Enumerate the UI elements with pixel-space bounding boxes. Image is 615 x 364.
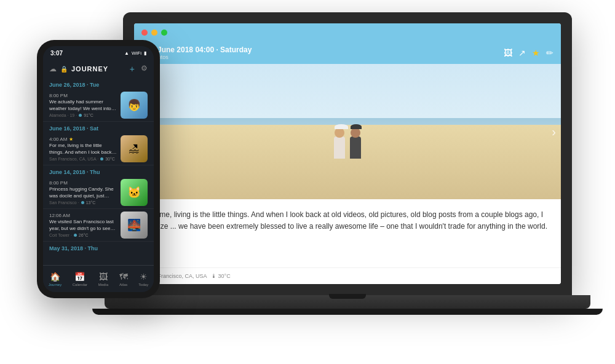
img-bridge: 🌉	[121, 212, 148, 239]
entry-photos-count: 3 photos	[147, 54, 499, 60]
media-tab-icon: 🖼	[99, 272, 108, 282]
tab-media[interactable]: 🖼 Media	[98, 272, 108, 287]
body-2	[350, 136, 361, 159]
date-group-4: May 31, 2018 · Thu	[43, 242, 154, 253]
tab-atlas[interactable]: 🗺 Atlas	[119, 272, 128, 287]
phone-statusbar: 3:07 ▲ WiFi ▮	[43, 46, 154, 60]
entry-thumbnail: 🐱	[121, 179, 148, 206]
date-group-2: June 16, 2018 · Sat 4:00 AM ★ For me, li…	[43, 122, 154, 165]
temp: 91°C	[84, 113, 93, 117]
traffic-light-yellow[interactable]	[151, 30, 157, 36]
phone-tab-bar: 🏠 Journey 📅 Calendar 🖼 Media 🗺 Atlas ☀	[43, 265, 154, 292]
entry-preview: Princess hugging Candy. She was docile a…	[49, 186, 117, 199]
entry-item-content: 4:00 AM ★ For me, living is the little t…	[49, 136, 117, 161]
journey-tab-icon: 🏠	[50, 272, 60, 282]
person-1	[334, 128, 345, 159]
phone-nav-left: ☁ 🔒 JOURNEY	[49, 65, 108, 73]
add-entry-button[interactable]: +	[130, 64, 135, 74]
date-header-3: June 14, 2018 · Thu	[43, 165, 154, 176]
entry-image: ‹ ›	[134, 64, 561, 199]
date-header-2: June 16, 2018 · Sat	[43, 122, 154, 133]
head-1	[335, 128, 344, 138]
entry-thumbnail: 🏖	[121, 135, 148, 162]
entry-weather: 🌡 30°C	[211, 273, 231, 279]
list-item[interactable]: 8:00 PM We actually had summer weather t…	[43, 89, 154, 122]
temp: 13°C	[86, 200, 96, 205]
entry-time: 8:00 PM	[49, 180, 117, 186]
traffic-light-green[interactable]	[161, 30, 167, 36]
signal-icon: ▲	[124, 50, 129, 56]
entry-time: 4:00 AM ★	[49, 136, 117, 142]
app-name: JOURNEY	[71, 65, 108, 73]
tab-today[interactable]: ☀ Today	[138, 272, 148, 287]
image-icon[interactable]: 🖼	[504, 48, 512, 58]
calendar-tab-label: Calendar	[73, 283, 87, 287]
temp: 26°C	[79, 233, 89, 237]
location-text: San Francisco, CA, USA ·	[49, 157, 98, 161]
today-tab-label: Today	[138, 283, 148, 287]
tab-calendar[interactable]: 📅 Calendar	[73, 272, 87, 287]
people-figure	[334, 128, 361, 159]
settings-button[interactable]: ⚙	[141, 64, 148, 74]
list-item[interactable]: 12:06 AM We visited San Francisco last y…	[43, 209, 154, 242]
entry-meta: San Francisco · 13°C	[49, 200, 117, 205]
entry-item-content: 8:00 PM Princess hugging Candy. She was …	[49, 180, 117, 205]
weather-dot	[74, 234, 77, 237]
laptop-notch	[329, 294, 366, 299]
img-cat: 🐱	[121, 179, 148, 206]
weather-icon: 🌡	[211, 273, 216, 279]
phone-status-icons: ▲ WiFi ▮	[124, 50, 146, 56]
entry-preview: We actually had summer weather today! We…	[49, 99, 117, 112]
today-tab-icon: ☀	[140, 272, 148, 282]
laptop-screen: ‹ 16 June 2018 04:00 · Saturday 3 photos…	[134, 23, 561, 284]
entry-meta: Coit Tower · 26°C	[49, 233, 117, 237]
date-header-1: June 26, 2018 · Tue	[43, 78, 154, 89]
share-icon[interactable]: ↗	[518, 48, 526, 58]
lock-icon: 🔒	[60, 66, 68, 73]
wifi-icon: WiFi	[132, 50, 141, 56]
scene: ‹ 16 June 2018 04:00 · Saturday 3 photos…	[0, 0, 615, 364]
date-group-1: June 26, 2018 · Tue 8:00 PM We actually …	[43, 78, 154, 122]
star-icon[interactable]: ★	[532, 48, 540, 58]
journey-tab-label: Journey	[49, 283, 62, 287]
list-item[interactable]: 8:00 PM Princess hugging Candy. She was …	[43, 176, 154, 209]
head-2	[351, 128, 360, 138]
entry-date-title: 16 June 2018 04:00 · Saturday	[147, 46, 499, 54]
star-badge: ★	[69, 136, 73, 142]
atlas-tab-icon: 🗺	[119, 272, 128, 282]
cloud-icon: ☁	[49, 65, 57, 73]
date-header-4: May 31, 2018 · Thu	[43, 242, 154, 253]
entry-text-area: For me, living is the little things. And…	[134, 199, 561, 267]
entry-header: ‹ 16 June 2018 04:00 · Saturday 3 photos…	[134, 42, 561, 64]
location-text: San Francisco ·	[49, 200, 79, 205]
person-2	[350, 128, 361, 159]
weather-dot	[81, 201, 84, 204]
entry-preview: We visited San Francisco last year, but …	[49, 219, 117, 232]
entry-item-content: 12:06 AM We visited San Francisco last y…	[49, 213, 117, 237]
body-1	[334, 136, 345, 159]
laptop: ‹ 16 June 2018 04:00 · Saturday 3 photos…	[123, 12, 572, 357]
tab-journey[interactable]: 🏠 Journey	[49, 272, 62, 287]
traffic-light-red[interactable]	[141, 30, 148, 36]
laptop-body: ‹ 16 June 2018 04:00 · Saturday 3 photos…	[123, 12, 572, 295]
hat-2	[351, 124, 362, 129]
edit-icon[interactable]: ✏	[546, 48, 554, 58]
weather-dot	[79, 114, 82, 117]
battery-icon: ▮	[144, 50, 146, 56]
phone-nav-right: + ⚙	[130, 64, 148, 74]
temp: 30°C	[105, 157, 115, 161]
entry-meta: San Francisco, CA, USA · 30°C	[49, 157, 117, 161]
phone-time: 3:07	[50, 50, 63, 57]
entry-preview: For me, living is the little things. And…	[49, 143, 117, 156]
img-person: 👦	[121, 92, 148, 119]
list-item[interactable]: 4:00 AM ★ For me, living is the little t…	[43, 133, 154, 165]
weather-dot	[100, 157, 103, 160]
media-tab-label: Media	[98, 283, 108, 287]
entry-thumbnail: 🌉	[121, 212, 148, 239]
entry-temperature: 30°C	[218, 273, 231, 279]
next-image-button[interactable]: ›	[552, 125, 556, 139]
entry-text: For me, living is the little things. And…	[146, 209, 549, 232]
entry-meta: Alameda · 19 · 91°C	[49, 113, 117, 117]
titlebar	[134, 23, 561, 42]
calendar-tab-icon: 📅	[74, 272, 85, 282]
